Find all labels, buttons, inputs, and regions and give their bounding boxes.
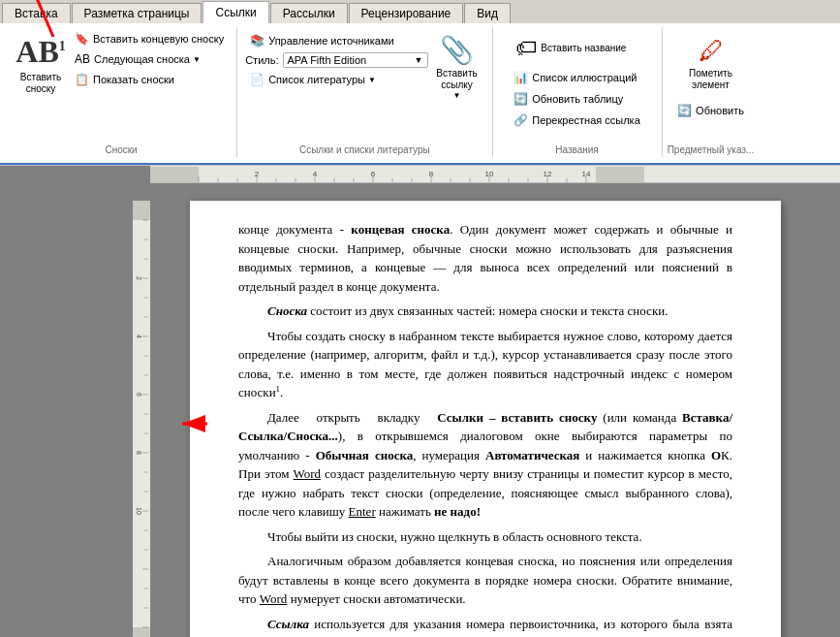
bibliography-btn[interactable]: 📄 Список литературы ▼ [245,70,381,89]
doc-scroll[interactable]: конце документа - концевая сноска. Один … [150,183,840,637]
svg-text:8: 8 [429,170,434,178]
arrow-left-indicator [180,414,209,433]
bold-ordinary: Обычная сноска [316,448,414,462]
vruler-marks: 2 4 6 8 10 [133,201,150,637]
captions-items: 🏷 Вставить название 📊 Список иллюстраций… [509,27,645,157]
style-dropdown[interactable]: APA Fifth Edition ▼ [283,52,428,68]
endnote-icon: 🔖 [75,32,89,46]
update-index-btn[interactable]: 🔄 Обновить [672,101,749,120]
mark-entry-btn[interactable]: 🖊 Пометитьэлемент [684,31,738,99]
manage-sources-btn[interactable]: 📚 Управление источниками [245,31,398,50]
svg-text:4: 4 [313,170,318,178]
bold-auto: Автоматическая [485,448,579,462]
left-panel: 2 4 6 8 10 [0,183,150,637]
insert-endnote-btn[interactable]: 🔖 Вставить концевую сноску [70,29,229,48]
svg-rect-33 [133,201,150,637]
group-captions: 🏷 Вставить название 📊 Список иллюстраций… [493,27,663,157]
show-notes-icon: 📋 [75,73,89,86]
caption-icon: 🏷 [515,36,537,61]
captions-label: Названия [555,144,599,155]
insert-caption-btn[interactable]: 🏷 Вставить название [509,31,645,66]
italic-ssylka: Ссылка [267,617,309,631]
footnotes-small-btns: 🔖 Вставить концевую сноску AB Следующая … [70,29,229,89]
svg-text:6: 6 [371,170,376,178]
next-fn-icon: AB [75,52,90,66]
cross-ref-btn[interactable]: 🔗 Перекрестная ссылка [509,111,645,130]
citation-label: Вставитьссылку [436,68,477,91]
svg-text:2: 2 [136,276,142,280]
svg-text:2: 2 [255,170,260,178]
ruler-container: 2 4 6 8 10 12 14 [0,166,840,183]
svg-rect-34 [133,201,150,220]
svg-text:12: 12 [544,170,552,178]
underline-word: Word [294,466,322,481]
para-7: Ссылка используется для указания номера … [238,615,732,637]
citation-icon: 📎 [440,34,474,66]
show-notes-btn[interactable]: 📋 Показать сноски [70,70,229,89]
update-table-btn[interactable]: 🔄 Обновить таблицу [509,89,645,109]
next-footnote-btn[interactable]: AB Следующая сноска ▼ [70,49,229,69]
ruler-left-space [0,166,150,183]
bold-ssylka: Ссылка [267,617,309,631]
bib-arrow: ▼ [368,76,376,84]
document-area: 2 4 6 8 10 конце документа [0,183,840,637]
index-label: Предметный указ... [668,144,755,155]
svg-rect-3 [150,167,199,182]
svg-text:10: 10 [485,170,494,178]
citations-label: Ссылки и списки литературы [299,144,430,155]
svg-rect-4 [596,167,644,182]
footnote-ref-1: 1 [276,384,281,394]
para-2: Сноска состоит из двух связанных частей:… [238,302,732,321]
page: конце документа - концевая сноска. Один … [190,201,781,637]
vertical-ruler: 2 4 6 8 10 [133,201,150,637]
em-snoshka: Сноска [267,303,307,318]
bold-ok: О [711,448,721,462]
tab-view[interactable]: Вид [464,3,511,23]
ruler-marks: 2 4 6 8 10 12 14 [150,167,644,182]
underline-word2: Word [260,591,288,606]
footnotes-label: Сноски [105,144,137,155]
bold-endnote: концевая сноска [351,222,450,237]
group-footnotes: AB1 Вставитьсноску 🔖 [6,27,237,157]
para-3: Чтобы создать сноску в набранном тексте … [238,327,732,402]
index-items: 🖊 Пометитьэлемент 🔄 Обновить [672,27,749,157]
para-5: Чтобы выйти из сноски, нужно щелкнуть в … [238,527,732,547]
ribbon: Вставка Разметка страницы Ссылки Рассылк… [0,0,840,166]
para-6: Аналогичным образом добавляется концевая… [238,552,732,609]
insert-footnote-label: Вставитьсноску [20,72,61,95]
citation-dropdown-arrow: ▼ [453,91,461,100]
para-1: конце документа - концевая сноска. Один … [238,220,732,296]
bib-icon: 📄 [250,73,264,86]
next-fn-arrow: ▼ [193,55,201,64]
insert-footnote-big-btn[interactable]: AB1 Вставитьсноску [14,29,68,100]
svg-text:10: 10 [136,507,142,515]
footnotes-items: AB1 Вставитьсноску 🔖 [14,27,229,157]
bold-not-needed: не надо! [434,504,481,519]
bold-snoshka: Сноска [267,303,307,318]
tab-layout[interactable]: Разметка страницы [72,3,202,23]
caption-label: Вставить название [541,43,626,54]
tab-insert[interactable]: Вставка [2,3,71,23]
svg-rect-2 [150,167,644,182]
svg-text:4: 4 [136,334,142,338]
fig-list-icon: 📊 [513,71,528,84]
tab-review[interactable]: Рецензирование [349,3,464,23]
tab-bar: Вставка Разметка страницы Ссылки Рассылк… [0,0,840,23]
insert-footnote-icon: AB1 [16,34,65,70]
para-4: Далее открыть вкладку Ссылки – вставить … [238,408,732,522]
mark-icon: 🖊 [699,36,724,66]
mark-label: Пометитьэлемент [689,68,732,91]
tab-mailings[interactable]: Рассылки [270,3,348,23]
update-icon: 🔄 [513,92,528,106]
insert-citation-btn[interactable]: 📎 Вставитьссылку ▼ [430,29,484,105]
figure-list-btn[interactable]: 📊 Список иллюстраций [509,68,645,87]
group-citations: 📚 Управление источниками Стиль: APA Fift… [237,27,492,157]
svg-text:6: 6 [136,393,142,397]
svg-text:8: 8 [136,451,142,455]
style-label: Стиль: [245,54,278,66]
tab-references[interactable]: Ссылки [202,1,268,23]
ribbon-content: AB1 Вставитьсноску 🔖 [0,23,840,165]
cross-icon: 🔗 [513,113,528,127]
svg-rect-35 [133,627,150,637]
citations-items: 📚 Управление источниками Стиль: APA Fift… [245,27,483,157]
